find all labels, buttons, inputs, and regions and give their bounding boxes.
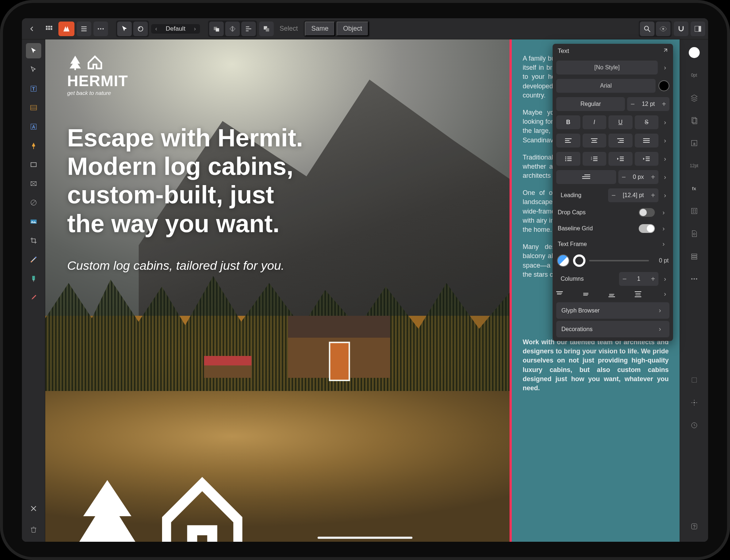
chevron-right-icon[interactable]: › bbox=[659, 209, 668, 216]
artistic-text-tool[interactable]: A bbox=[26, 119, 41, 134]
decorations-button[interactable]: Decorations › bbox=[556, 321, 669, 337]
app-logo-button[interactable] bbox=[58, 22, 74, 36]
color-swatch[interactable] bbox=[686, 45, 702, 61]
baseline-toggle[interactable] bbox=[639, 224, 655, 233]
home-indicator[interactable] bbox=[318, 537, 412, 539]
italic-button[interactable]: I bbox=[583, 115, 607, 129]
move-tool-button[interactable] bbox=[117, 22, 132, 36]
chevron-right-icon[interactable]: › bbox=[661, 64, 669, 72]
move-tool[interactable] bbox=[26, 43, 41, 58]
flip-button[interactable] bbox=[225, 22, 240, 36]
text-panel[interactable]: Text [No Style] › Arial Regular − 12 pt … bbox=[553, 44, 673, 341]
insert-button[interactable] bbox=[259, 22, 274, 36]
panel-toggle-button[interactable] bbox=[691, 22, 705, 36]
navigator-button[interactable] bbox=[686, 395, 702, 411]
table-tool[interactable] bbox=[26, 100, 41, 115]
outdent-button[interactable] bbox=[608, 152, 633, 166]
chevron-right-icon[interactable]: › bbox=[661, 290, 669, 298]
back-button[interactable] bbox=[25, 22, 39, 36]
gradient-tool[interactable] bbox=[26, 252, 41, 267]
order-button[interactable] bbox=[209, 22, 224, 36]
bullets-button[interactable] bbox=[556, 152, 580, 166]
help-button[interactable]: ? bbox=[686, 518, 702, 534]
indent-button[interactable] bbox=[635, 152, 659, 166]
chevron-right-icon[interactable]: › bbox=[661, 119, 669, 126]
minus-icon[interactable]: − bbox=[619, 275, 630, 283]
fill-tool[interactable] bbox=[26, 271, 41, 286]
select-same-button[interactable]: Same bbox=[305, 22, 335, 36]
valign-center-button[interactable] bbox=[583, 291, 607, 297]
align-right-button[interactable] bbox=[608, 134, 633, 147]
minus-icon[interactable]: − bbox=[627, 100, 638, 108]
stroke-swatch[interactable] bbox=[573, 254, 585, 267]
preflight-panel-button[interactable] bbox=[686, 226, 702, 242]
valign-justify-button[interactable] bbox=[635, 291, 659, 297]
font-family-picker[interactable]: Arial bbox=[556, 79, 656, 93]
rectangle-tool[interactable] bbox=[26, 157, 41, 172]
persona-picker[interactable]: ‹ Default › bbox=[151, 24, 200, 34]
pages-panel-button[interactable] bbox=[686, 112, 702, 129]
trash-icon[interactable] bbox=[26, 522, 41, 537]
stroke-slider[interactable] bbox=[589, 260, 649, 261]
layers-panel-button[interactable] bbox=[686, 90, 702, 106]
align-justify-button[interactable] bbox=[635, 134, 659, 147]
fill-swatch[interactable] bbox=[557, 254, 569, 267]
bold-button[interactable]: B bbox=[556, 115, 580, 129]
home-grid-button[interactable] bbox=[42, 22, 56, 36]
columns-stepper[interactable]: − 1 + bbox=[619, 272, 658, 286]
more-panels-button[interactable] bbox=[686, 271, 702, 287]
plus-icon[interactable]: + bbox=[658, 100, 669, 108]
glyph-browser-button[interactable]: Glyph Browser › bbox=[556, 302, 669, 319]
stroke-width-indicator[interactable]: 0pt bbox=[686, 67, 702, 83]
select-object-button[interactable]: Object bbox=[337, 22, 369, 36]
indent-type-button[interactable] bbox=[556, 170, 616, 184]
numbered-button[interactable]: 12 bbox=[583, 152, 607, 166]
menu-button[interactable] bbox=[77, 22, 91, 36]
leading-stepper[interactable]: − [12.4] pt + bbox=[608, 188, 658, 202]
font-weight-picker[interactable]: Regular bbox=[556, 97, 625, 111]
crop-tool[interactable] bbox=[26, 233, 41, 248]
font-size-stepper[interactable]: − 12 pt + bbox=[627, 97, 669, 111]
paragraph-style-picker[interactable]: [No Style] bbox=[556, 61, 658, 74]
align-left-button[interactable] bbox=[556, 134, 580, 147]
detach-icon[interactable] bbox=[661, 48, 668, 54]
plus-icon[interactable]: + bbox=[648, 275, 658, 283]
pen-tool[interactable] bbox=[26, 138, 41, 153]
more-button[interactable] bbox=[93, 22, 108, 36]
fx-panel-button[interactable]: fx bbox=[686, 180, 702, 196]
indent-stepper[interactable]: − 0 px + bbox=[618, 170, 658, 184]
valign-top-button[interactable] bbox=[556, 291, 580, 297]
picture-frame-tool[interactable] bbox=[26, 176, 41, 191]
chevron-right-icon[interactable]: › bbox=[659, 225, 668, 233]
minus-icon[interactable]: − bbox=[608, 191, 619, 200]
minus-icon[interactable]: − bbox=[618, 173, 629, 181]
align-center-button[interactable] bbox=[583, 134, 607, 147]
close-icon[interactable] bbox=[26, 501, 41, 516]
chevron-right-icon[interactable]: › bbox=[661, 155, 669, 163]
frame-text-tool[interactable]: T bbox=[26, 81, 41, 96]
brush-mode-button[interactable] bbox=[133, 22, 148, 36]
chevron-right-icon[interactable]: › bbox=[661, 137, 669, 145]
align-button[interactable] bbox=[241, 22, 256, 36]
character-panel-button[interactable]: a bbox=[686, 135, 702, 151]
color-picker-tool[interactable] bbox=[26, 290, 41, 305]
strikethrough-button[interactable]: S bbox=[635, 115, 659, 129]
text-color-swatch[interactable] bbox=[658, 80, 669, 91]
underline-button[interactable]: U bbox=[608, 115, 633, 129]
baseline-indicator[interactable]: 12pt bbox=[686, 158, 702, 174]
preview-button[interactable] bbox=[656, 22, 671, 36]
fields-panel-button[interactable] bbox=[686, 248, 702, 264]
node-tool[interactable] bbox=[26, 62, 41, 77]
chevron-right-icon[interactable]: › bbox=[661, 173, 669, 181]
assets-panel-button[interactable] bbox=[686, 203, 702, 219]
history-panel-button[interactable] bbox=[686, 417, 702, 433]
zoom-button[interactable] bbox=[640, 22, 654, 36]
plus-icon[interactable]: + bbox=[648, 173, 658, 181]
transparency-tool[interactable] bbox=[26, 195, 41, 210]
dropcaps-toggle[interactable] bbox=[639, 208, 655, 217]
plus-icon[interactable]: + bbox=[648, 191, 658, 200]
snapping-button[interactable] bbox=[674, 22, 688, 36]
textframe-row[interactable]: Text Frame › bbox=[553, 237, 673, 252]
chevron-right-icon[interactable]: › bbox=[661, 192, 669, 199]
place-image-tool[interactable] bbox=[26, 214, 41, 229]
